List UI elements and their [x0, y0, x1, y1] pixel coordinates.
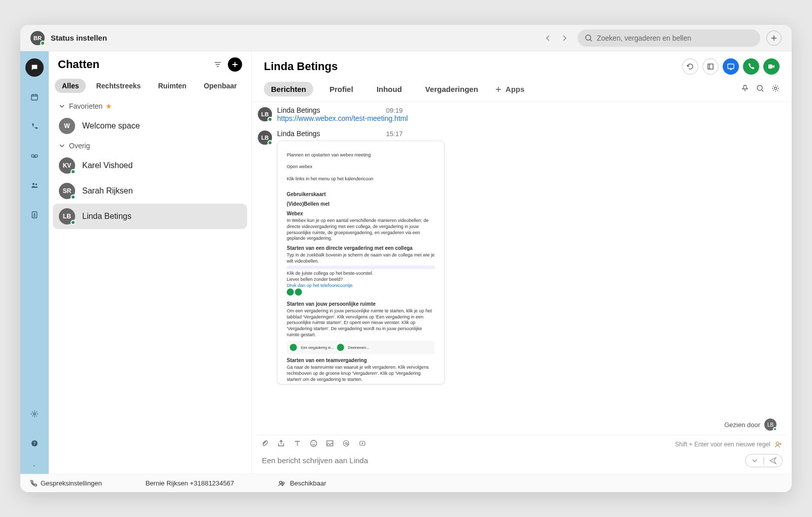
sidebar-tab-openbaar[interactable]: Openbaar	[196, 79, 244, 93]
availability-button[interactable]: Beschikbaar	[278, 479, 326, 488]
phone-icon	[30, 122, 39, 131]
topbar: BR Status instellen Zoeken, vergaderen e…	[20, 25, 792, 51]
section-favorieten[interactable]: Favorieten ★	[53, 99, 247, 113]
seen-by-label: Gezien door	[724, 421, 760, 429]
seen-by-avatar[interactable]: LB	[764, 418, 776, 431]
screencap-button[interactable]	[277, 439, 285, 449]
space-avatar: W	[59, 118, 75, 134]
call-settings-button[interactable]: Gespreksinstellingen	[29, 479, 102, 488]
presence-dot-icon	[71, 195, 76, 200]
sidebar-tab-rechtstreeks[interactable]: Rechtstreeks	[89, 79, 148, 93]
chat-tab-apps[interactable]: Apps	[494, 85, 525, 93]
space-welcome[interactable]: W Welcome space	[53, 113, 247, 139]
sidebar-tab-ruimten[interactable]: Ruimten	[151, 79, 193, 93]
rail-messaging[interactable]	[25, 58, 44, 77]
video-icon	[767, 62, 775, 71]
document-attachment[interactable]: Plannen en opstarten van webex meeting O…	[277, 141, 445, 384]
gif-button[interactable]	[326, 439, 334, 449]
audio-call-button[interactable]	[743, 58, 759, 75]
search-icon	[756, 84, 764, 92]
format-button[interactable]	[293, 439, 301, 449]
svg-point-5	[36, 183, 37, 185]
messages-list: LB Linda Betings 09:19 https://www.webex…	[252, 102, 792, 413]
space-sarah[interactable]: SR Sarah Rijksen	[53, 178, 247, 204]
space-linda[interactable]: LB Linda Betings	[53, 204, 247, 229]
svg-point-16	[311, 440, 317, 446]
svg-rect-11	[708, 64, 713, 69]
search-input[interactable]: Zoeken, vergaderen en bellen	[578, 29, 760, 47]
emoji-button[interactable]	[310, 439, 318, 449]
plus-icon	[231, 60, 239, 69]
new-chat-button[interactable]	[228, 57, 242, 72]
chat-title: Linda Betings	[264, 60, 337, 73]
voicemail-icon	[30, 152, 39, 160]
chat-tab-inhoud[interactable]: Inhoud	[369, 82, 409, 96]
space-name: Welcome space	[82, 121, 140, 131]
chevron-right-icon	[560, 34, 568, 42]
personal-room-button[interactable]	[358, 439, 366, 449]
pin-icon	[741, 84, 749, 92]
statusbar: Gespreksinstellingen Bernie Rijksen +318…	[20, 474, 792, 492]
space-name: Karel Vishoed	[82, 161, 132, 170]
people-icon	[30, 181, 39, 189]
mention-button[interactable]	[342, 439, 350, 449]
presence-dot-icon	[71, 220, 76, 225]
svg-point-3	[35, 154, 38, 157]
space-karel[interactable]: KV Karel Vishoed	[53, 153, 247, 178]
back-button[interactable]	[541, 31, 555, 45]
rail-help[interactable]: ?	[25, 434, 44, 453]
svg-point-0	[586, 35, 591, 40]
chat-tab-vergaderingen[interactable]: Vergaderingen	[418, 82, 485, 96]
meet-button[interactable]	[723, 58, 739, 75]
at-icon	[342, 439, 350, 447]
space-name: Sarah Rijksen	[82, 186, 133, 196]
self-avatar[interactable]: BR	[30, 31, 45, 45]
message-time: 09:19	[386, 107, 403, 114]
new-action-button[interactable]	[766, 30, 782, 46]
sidebar-tab-alles[interactable]: Alles	[55, 79, 86, 93]
rail-calling[interactable]	[25, 117, 44, 136]
message-link[interactable]: https://www.webex.com/test-meeting.html	[277, 114, 776, 122]
rail-settings[interactable]	[25, 405, 44, 423]
rail-calendar[interactable]	[25, 88, 44, 106]
copy-link-button[interactable]	[702, 58, 719, 75]
section-label: Overig	[69, 142, 90, 150]
refresh-button[interactable]	[682, 58, 698, 75]
chevron-down-icon	[58, 102, 66, 110]
leftrail: ? ▸	[20, 51, 49, 474]
presence-dot-icon	[71, 169, 76, 174]
plus-icon	[770, 34, 778, 42]
message-input[interactable]	[261, 453, 740, 468]
space-name: Linda Betings	[82, 212, 131, 221]
rail-voicemail[interactable]	[25, 147, 44, 165]
rail-teams[interactable]	[25, 176, 44, 195]
forward-button[interactable]	[557, 31, 571, 45]
svg-point-23	[362, 443, 363, 444]
svg-point-8	[33, 413, 36, 415]
chat-tab-berichten[interactable]: Berichten	[264, 82, 313, 96]
sidebar-title: Chatten	[58, 58, 99, 71]
search-in-space-button[interactable]	[756, 84, 764, 94]
record-icon	[358, 439, 366, 447]
chevron-left-icon	[544, 34, 552, 42]
send-button[interactable]: |	[745, 454, 783, 467]
search-icon	[585, 34, 593, 42]
pin-button[interactable]	[741, 84, 749, 94]
phone-icon	[747, 62, 755, 71]
space-settings-button[interactable]	[771, 84, 780, 94]
attach-button[interactable]	[261, 439, 269, 449]
video-call-button[interactable]	[763, 58, 780, 75]
section-overig[interactable]: Overig	[53, 139, 247, 153]
chat-tab-profiel[interactable]: Profiel	[322, 82, 360, 96]
filter-button[interactable]	[213, 59, 223, 70]
calendar-icon	[30, 93, 39, 101]
sidebar: Chatten Alles Rechtstreeks Ruimten Openb…	[49, 51, 252, 474]
section-label: Favorieten	[69, 102, 103, 110]
sender-avatar[interactable]: LB	[258, 131, 272, 145]
sender-avatar[interactable]: LB	[258, 107, 272, 121]
rail-contacts[interactable]	[25, 206, 44, 224]
plus-icon	[494, 85, 502, 93]
message-sender: Linda Betings	[277, 130, 320, 138]
set-status-button[interactable]: Status instellen	[51, 34, 107, 42]
image-icon	[326, 439, 334, 447]
